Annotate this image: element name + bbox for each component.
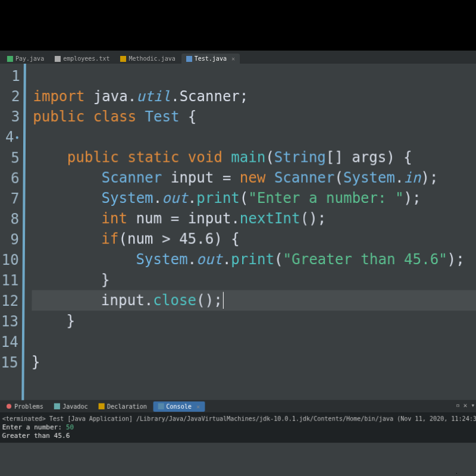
ide-screen: Pay.java employees.txt Methodic.java Tes… xyxy=(0,51,476,476)
line-number: 6 xyxy=(1,168,19,189)
svg-rect-3 xyxy=(186,55,192,61)
line-number: 8 xyxy=(1,209,19,229)
close-icon[interactable]: ✕ xyxy=(196,403,200,409)
close-icon[interactable]: ✕ xyxy=(231,55,235,62)
tab-label: Methodic.java xyxy=(129,55,175,62)
panel-tab-javadoc[interactable]: Javadoc xyxy=(49,401,93,411)
problems-icon xyxy=(6,403,12,409)
minimize-icon[interactable]: ▫ xyxy=(456,402,460,409)
code-line: import java.util.Scanner; xyxy=(33,86,476,107)
panel-tab-label: Javadoc xyxy=(62,403,88,409)
code-line: int num = input.nextInt(); xyxy=(32,208,476,228)
svg-rect-2 xyxy=(120,55,126,61)
code-line: } xyxy=(32,270,476,290)
line-number: 14 xyxy=(0,332,18,353)
text-cursor xyxy=(223,292,224,309)
svg-rect-1 xyxy=(55,55,61,61)
svg-point-4 xyxy=(7,404,11,409)
bottom-panel: Problems Javadoc Declaration Console ✕ ▫… xyxy=(0,400,476,443)
line-number: 9 xyxy=(1,229,19,249)
console-icon xyxy=(158,403,164,409)
line-number: 3 xyxy=(2,107,20,127)
panel-tab-console[interactable]: Console ✕ xyxy=(153,401,205,411)
line-number: 10 xyxy=(1,250,18,270)
code-line xyxy=(32,331,476,352)
console-line: Enter a number: 50 xyxy=(2,423,74,431)
code-line xyxy=(33,127,476,147)
java-file-icon xyxy=(120,55,126,61)
code-line-current: input.close(); xyxy=(32,290,476,311)
code-line xyxy=(32,372,476,393)
tab-test-java[interactable]: Test.java ✕ xyxy=(181,54,240,64)
console-line: Greater than 45.6 xyxy=(2,432,70,440)
tab-label: employees.txt xyxy=(63,55,109,62)
java-file-icon xyxy=(7,55,13,61)
line-number: 5 xyxy=(2,148,20,168)
code-line: System.out.print("Enter a number: "); xyxy=(32,188,476,208)
line-number: 2 xyxy=(2,86,20,107)
code-line: } xyxy=(32,352,476,372)
line-number: 7 xyxy=(1,189,19,209)
tab-label: Test.java xyxy=(195,55,227,62)
line-number: 13 xyxy=(1,311,18,332)
text-file-icon xyxy=(55,55,61,61)
code-line: if(num > 45.6) { xyxy=(32,228,476,249)
code-line: public class Test { xyxy=(33,107,476,127)
line-number: 12 xyxy=(1,291,18,311)
panel-actions: ▫ ✕ ▾ xyxy=(456,402,475,409)
tab-employees-txt[interactable]: employees.txt xyxy=(50,54,114,64)
line-number: 4 xyxy=(2,127,20,148)
code-line: System.out.print("Greater than 45.6"); xyxy=(32,249,476,270)
panel-tab-label: Problems xyxy=(14,403,43,409)
javadoc-icon xyxy=(54,403,60,409)
panel-tabbar: Problems Javadoc Declaration Console ✕ ▫… xyxy=(0,400,476,412)
tab-label: Pay.java xyxy=(15,55,44,62)
svg-rect-5 xyxy=(54,403,60,409)
tab-pay-java[interactable]: Pay.java xyxy=(2,54,49,64)
java-file-icon xyxy=(186,55,192,61)
panel-tab-label: Declaration xyxy=(107,403,147,409)
code-area[interactable]: import java.util.Scanner;public class Te… xyxy=(24,64,476,400)
editor-tabbar: Pay.java employees.txt Methodic.java Tes… xyxy=(0,51,476,64)
svg-rect-6 xyxy=(99,403,105,409)
svg-rect-0 xyxy=(7,55,13,61)
menu-icon[interactable]: ▾ xyxy=(471,402,475,409)
code-line: Scanner input = new Scanner(System.in); xyxy=(33,168,476,188)
panel-tab-declaration[interactable]: Declaration xyxy=(94,401,152,411)
line-number: 15 xyxy=(0,352,18,373)
declaration-icon xyxy=(99,403,105,409)
panel-tab-problems[interactable]: Problems xyxy=(1,401,48,411)
maximize-icon[interactable]: ✕ xyxy=(464,402,468,409)
code-line: public static void main(String[] args) { xyxy=(33,147,476,167)
svg-rect-7 xyxy=(158,403,164,409)
console-status: <terminated> Test [Java Application] /Li… xyxy=(2,415,476,422)
line-number: 1 xyxy=(2,66,20,86)
tab-methodic-java[interactable]: Methodic.java xyxy=(115,54,180,64)
code-line: } xyxy=(32,311,476,331)
line-number: 11 xyxy=(1,270,18,290)
panel-tab-label: Console xyxy=(166,403,192,409)
line-gutter: 1 2 3 4 5 6 7 8 9 10 11 12 13 14 15 xyxy=(0,64,26,400)
code-editor[interactable]: 1 2 3 4 5 6 7 8 9 10 11 12 13 14 15 impo… xyxy=(0,64,476,400)
